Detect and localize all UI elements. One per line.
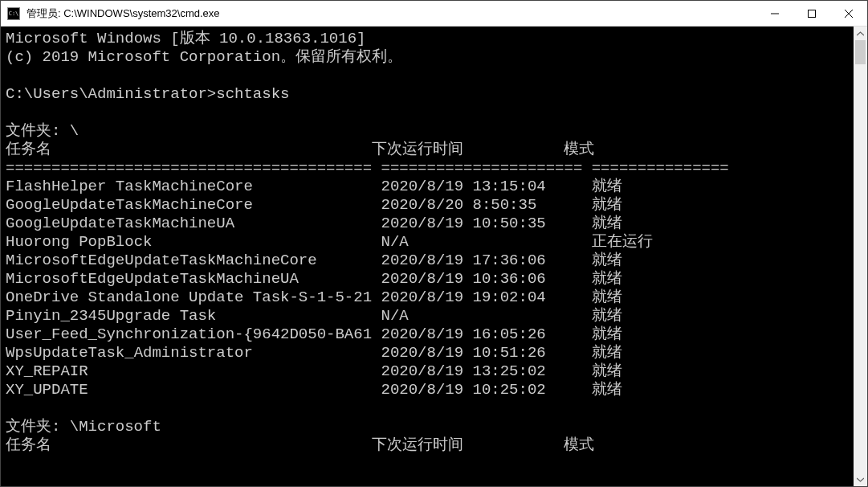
scrollbar-track[interactable] — [854, 40, 867, 473]
close-button[interactable] — [830, 1, 867, 26]
titlebar[interactable]: C:\ 管理员: C:\WINDOWS\system32\cmd.exe — [1, 1, 867, 27]
scrollbar-thumb[interactable] — [855, 40, 866, 64]
minimize-button[interactable] — [756, 1, 793, 26]
scroll-down-button[interactable] — [854, 473, 867, 486]
cmd-window: C:\ 管理员: C:\WINDOWS\system32\cmd.exe Mic… — [0, 0, 868, 487]
maximize-button[interactable] — [793, 1, 830, 26]
window-controls — [756, 1, 867, 26]
console-output: Microsoft Windows [版本 10.0.18363.1016] (… — [1, 27, 853, 458]
minimize-icon — [771, 10, 779, 18]
chevron-up-icon — [857, 31, 864, 36]
chevron-down-icon — [857, 477, 864, 482]
cmd-icon: C:\ — [7, 7, 20, 20]
scroll-up-button[interactable] — [854, 27, 867, 40]
vertical-scrollbar[interactable] — [854, 27, 867, 486]
svg-rect-1 — [809, 10, 816, 17]
window-title: 管理员: C:\WINDOWS\system32\cmd.exe — [26, 6, 756, 21]
maximize-icon — [808, 10, 816, 18]
console-area[interactable]: Microsoft Windows [版本 10.0.18363.1016] (… — [1, 27, 867, 486]
close-icon — [845, 10, 853, 18]
